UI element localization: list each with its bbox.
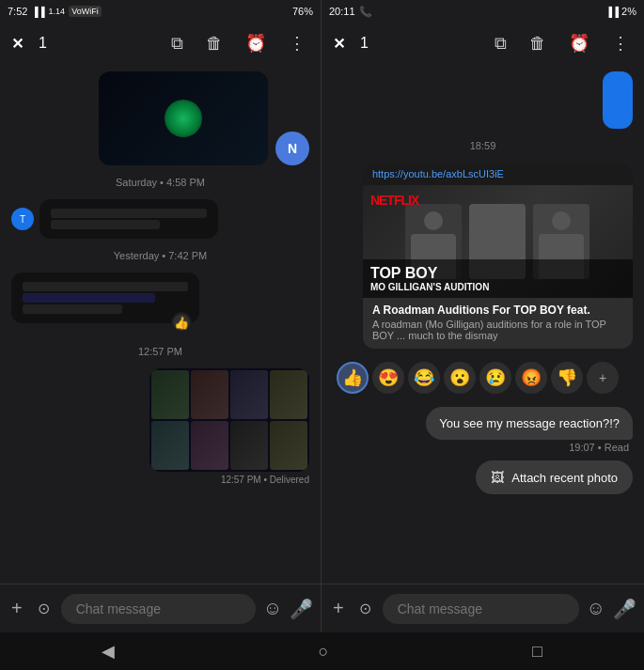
redacted-block-2 — [11, 273, 199, 323]
timestamp-1257: 12:57 PM — [138, 346, 182, 357]
surprised-emoji[interactable]: 😮 — [444, 362, 476, 394]
right-signal: ▐▐ — [605, 7, 619, 17]
link-preview-message: https://youtu.be/axbLscUI3iE NETFLIX TOP… — [333, 163, 633, 349]
left-battery: 76% — [292, 6, 313, 17]
right-action-bar: ✕ 1 ⧉ 🗑 ⏰ ⋮ — [322, 23, 644, 64]
left-time: 7:52 — [8, 6, 27, 17]
right-more-icon[interactable]: ⋮ — [608, 29, 633, 57]
right-input-bar: + ⊙ ☺ 🎤 — [322, 584, 644, 632]
left-status-bar: 7:52 ▐▐ 1.14 VoWiFi 76% — [0, 0, 321, 23]
left-chat-input[interactable] — [61, 594, 256, 624]
redacted-msg-2: 👍 — [11, 273, 309, 335]
angry-emoji[interactable]: 😡 — [515, 362, 547, 394]
attachment-icon[interactable]: ⊙ — [34, 596, 54, 621]
sent-message-wrapper: You see my message reaction?!? 19:07 • R… — [333, 407, 633, 453]
top-boy-title: TOP BOY — [370, 265, 625, 282]
left-action-bar: ✕ 1 ⧉ 🗑 ⏰ ⋮ — [0, 23, 321, 64]
timestamp-1859: 18:59 — [470, 140, 496, 151]
right-phone-icon: 📞 — [359, 6, 372, 18]
delivered-status: 12:57 PM • Delivered — [221, 475, 309, 485]
link-desc-text: A roadman (Mo Gilligan) auditions for a … — [363, 319, 633, 349]
link-image: NETFLIX TOP BOY MO GILLIGAN'S AUDITION — [363, 185, 633, 298]
sent-message-bubble: You see my message reaction?!? — [426, 407, 633, 440]
delete-icon[interactable]: 🗑 — [202, 30, 227, 57]
mic-button-left[interactable]: 🎤 — [290, 598, 313, 620]
avatar: N — [275, 132, 309, 165]
game-cards-thumb — [149, 368, 309, 472]
thumbs-down-emoji[interactable]: 👎 — [551, 362, 583, 394]
home-button[interactable]: ○ — [300, 638, 348, 665]
game-card-1 — [151, 370, 189, 419]
right-add-button[interactable]: + — [329, 594, 348, 623]
game-card-5 — [151, 421, 189, 470]
left-close-button[interactable]: ✕ — [11, 35, 24, 53]
left-signal: ▐▐ — [31, 7, 44, 17]
sender-avatar-t: T — [11, 208, 34, 230]
emoji-button-right[interactable]: ☺ — [587, 598, 605, 619]
laughing-emoji[interactable]: 😂 — [408, 362, 440, 394]
timestamp-yesterday: Yesterday • 7:42 PM — [114, 250, 207, 261]
emoji-button-left[interactable]: ☺ — [263, 598, 282, 619]
left-chat-area: N Saturday • 4:58 PM T Yesterday • 7:42 … — [0, 64, 321, 584]
right-close-button[interactable]: ✕ — [333, 35, 345, 53]
left-chat-panel: 7:52 ▐▐ 1.14 VoWiFi 76% ✕ 1 ⧉ 🗑 ⏰ ⋮ — [0, 0, 322, 632]
attach-photo-button[interactable]: 🖼 Attach recent photo — [476, 460, 633, 494]
game-card-7 — [230, 421, 268, 470]
left-data-info: 1.14 — [49, 7, 66, 16]
add-button[interactable]: + — [8, 594, 26, 623]
game-card-6 — [191, 421, 228, 470]
thumbs-up-emoji[interactable]: 👍 — [337, 362, 369, 394]
recent-apps-button[interactable]: □ — [513, 638, 561, 665]
attach-photo-label: Attach recent photo — [511, 471, 618, 485]
game-card-8 — [270, 421, 307, 470]
message-time: 19:07 — [569, 442, 595, 453]
alarm-icon[interactable]: ⏰ — [242, 29, 270, 57]
right-chat-panel: 20:11 📞 ▐▐ 2% ✕ 1 ⧉ 🗑 ⏰ ⋮ — [322, 0, 644, 632]
right-alarm-icon[interactable]: ⏰ — [565, 29, 593, 57]
read-status-text: Read — [605, 442, 629, 453]
game-cards-message: 12:57 PM • Delivered — [11, 368, 309, 485]
mic-button-right[interactable]: 🎤 — [613, 598, 636, 620]
thumbs-up-reaction: 👍 — [171, 312, 192, 333]
game-card-4 — [270, 370, 307, 419]
scribble-message — [333, 71, 633, 129]
game-card-2 — [191, 370, 228, 419]
add-reaction-emoji[interactable]: + — [587, 362, 619, 394]
timestamp-saturday: Saturday • 4:58 PM — [116, 177, 205, 188]
left-input-bar: + ⊙ ☺ 🎤 — [0, 584, 321, 632]
read-status: 19:07 • Read — [569, 442, 633, 453]
link-desc-title: A Roadman Auditions For TOP BOY feat. — [363, 298, 633, 319]
media-message-right: N — [11, 71, 309, 165]
bottom-navigation: ◀ ○ □ — [0, 632, 644, 670]
reactions-row: 👍 😍 😂 😮 😢 😡 👎 + — [333, 356, 633, 399]
back-button[interactable]: ◀ — [83, 637, 134, 665]
redacted-block-1 — [39, 199, 218, 239]
link-preview-card[interactable]: https://youtu.be/axbLscUI3iE NETFLIX TOP… — [363, 163, 633, 349]
right-delete-icon[interactable]: 🗑 — [526, 30, 550, 57]
more-options-icon[interactable]: ⋮ — [285, 29, 309, 57]
heart-eyes-emoji[interactable]: 😍 — [372, 362, 404, 394]
right-battery: 2% — [621, 6, 636, 17]
scribble-bubble — [603, 71, 633, 129]
copy-icon[interactable]: ⧉ — [167, 30, 187, 57]
left-wifi: VoWiFi — [69, 6, 102, 17]
game-card-3 — [230, 370, 268, 419]
redacted-msg-1: T — [11, 199, 309, 239]
audition-subtitle: MO GILLIGAN'S AUDITION — [370, 282, 625, 292]
right-chat-input[interactable] — [383, 594, 579, 624]
link-title-overlay: TOP BOY MO GILLIGAN'S AUDITION — [363, 259, 633, 298]
right-status-bar: 20:11 📞 ▐▐ 2% — [322, 0, 644, 23]
right-selected-count: 1 — [360, 35, 369, 52]
left-selected-count: 1 — [39, 35, 47, 52]
sent-message-text: You see my message reaction?!? — [439, 416, 620, 430]
right-attachment-icon[interactable]: ⊙ — [355, 596, 375, 621]
right-copy-icon[interactable]: ⧉ — [491, 30, 510, 57]
link-url: https://youtu.be/axbLscUI3iE — [363, 163, 633, 185]
read-label: • — [598, 442, 605, 453]
right-chat-area: 18:59 https://youtu.be/axbLscUI3iE NETFL… — [322, 64, 644, 584]
sad-emoji[interactable]: 😢 — [479, 362, 511, 394]
attach-photo-icon: 🖼 — [491, 470, 504, 485]
right-time: 20:11 — [329, 6, 355, 17]
attach-photo-wrapper: 🖼 Attach recent photo — [333, 460, 633, 494]
netflix-logo: NETFLIX — [370, 193, 418, 208]
